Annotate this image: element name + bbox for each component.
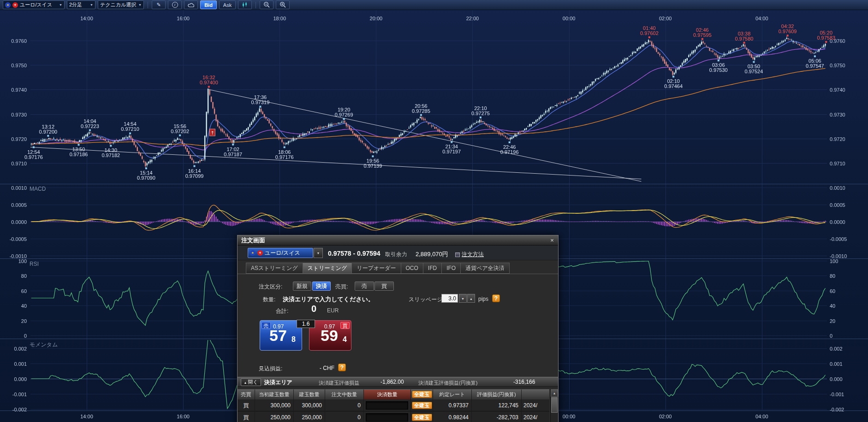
macd-panel-label: MACD — [30, 186, 46, 192]
expand-close-area-button[interactable]: ▲開く — [241, 378, 261, 386]
momentum-panel-label: モメンタム — [30, 341, 58, 349]
close-qty-input[interactable] — [366, 413, 408, 422]
side-label: 売買: — [335, 283, 348, 291]
dialog-pair-selector[interactable]: ★ + ユーロ/スイス — [248, 248, 313, 258]
rsi-panel-label: RSI — [30, 261, 39, 267]
buy-price-small: 4 — [343, 335, 347, 344]
chevron-down-icon: ▼ — [138, 3, 142, 6]
cell-all-positions: 全建玉 — [411, 411, 433, 422]
cell-qty: 250,000 — [294, 411, 325, 422]
col-rate: 約定レート — [433, 389, 472, 399]
pair-dropdown-button[interactable]: ▼ — [314, 248, 323, 258]
bid-button[interactable]: Bid — [200, 0, 217, 9]
close-pl-yen-label: 決済建玉評価損益(円換算) — [418, 380, 477, 387]
zoom-in-button[interactable] — [276, 0, 290, 9]
cell-close-qty — [364, 411, 411, 422]
toolbar-separator — [256, 2, 256, 8]
cell-close-qty — [364, 399, 411, 411]
tab-close-all-pair[interactable]: 通貨ペア全決済 — [461, 263, 510, 274]
slippage-unit: pips — [478, 296, 488, 302]
col-side: 売買 — [238, 389, 255, 399]
qty-message: 決済エリアで入力してください。 — [283, 295, 374, 304]
timeframe-label: 2分足 — [69, 1, 88, 8]
sell-price-big: 57 — [269, 327, 287, 344]
cell-date: 2024/ — [522, 411, 549, 422]
cell-initial-qty: 300,000 — [255, 399, 294, 411]
all-positions-button[interactable]: 全建玉 — [412, 414, 432, 421]
close-pl-label: 決済建玉評価損益 — [319, 380, 359, 387]
swiss-flag-icon: + — [12, 2, 18, 8]
tab-streaming[interactable]: ストリーミング — [303, 263, 352, 274]
order-type-label: 注文区分: — [259, 283, 282, 291]
all-positions-header-button[interactable]: 全建玉 — [412, 391, 432, 398]
bid-ask-quote: 0.97578 - 0.97594 — [328, 250, 380, 257]
slippage-up-button[interactable]: ▲ — [467, 294, 475, 303]
tab-leave-order[interactable]: リーブオーダー — [352, 263, 401, 274]
ask-button[interactable]: Ask — [219, 0, 236, 9]
eu-flag-icon: ★ — [5, 2, 11, 8]
slippage-label: スリッページ: — [409, 296, 444, 304]
order-type-close-button[interactable]: 決済 — [312, 281, 331, 291]
buy-price-button[interactable]: 買 0.97 59 4 — [309, 320, 351, 351]
swiss-flag-icon: + — [257, 250, 263, 256]
dialog-pair-label: ユーロ/スイス — [265, 249, 300, 257]
chevron-down-icon: ▼ — [90, 3, 93, 6]
close-qty-input[interactable] — [366, 401, 408, 410]
scrollbar-thumb[interactable] — [551, 397, 558, 413]
total-value: 0 — [311, 304, 316, 314]
cell-pending-qty: 0 — [325, 399, 364, 411]
pair-selector[interactable]: ★ + ユーロ/スイス ▼ — [3, 0, 65, 9]
slippage-down-button[interactable]: ▼ — [459, 294, 467, 303]
cell-all-positions: 全建玉 — [411, 399, 433, 411]
col-initial-qty: 当初建玉数量 — [255, 389, 294, 399]
buy-side-button[interactable]: 買 — [375, 281, 394, 291]
sell-side-button[interactable]: 売 — [355, 281, 374, 291]
chart-type-button[interactable] — [238, 0, 252, 9]
tab-oco[interactable]: OCO — [401, 263, 423, 274]
order-type-new-button[interactable]: 新規 — [293, 281, 311, 291]
slippage-input[interactable] — [441, 294, 458, 303]
cell-side: 買 — [238, 411, 255, 422]
cell-initial-qty: 250,000 — [255, 411, 294, 422]
info-button[interactable]: i — [168, 0, 182, 9]
tab-ifd[interactable]: IFD — [423, 263, 442, 274]
toolbar-separator — [148, 2, 148, 8]
close-pl-value: -1,862.00 — [380, 379, 404, 385]
cell-rate: 0.98244 — [433, 411, 472, 422]
order-method-link[interactable]: 注文方法 — [455, 251, 484, 258]
draw-tool-button[interactable]: ✎ — [152, 0, 166, 9]
cloud-indicator-button[interactable] — [184, 0, 198, 9]
technical-selector[interactable]: テクニカル選択 ▼ — [98, 0, 144, 9]
info-icon: i — [172, 2, 178, 8]
position-row: 買 250,000 250,000 0 全建玉 0.98244 -282,703… — [238, 411, 549, 422]
buy-price-big: 59 — [321, 327, 338, 344]
pl-help-icon[interactable]: ? — [338, 363, 346, 371]
magnifier-plus-icon — [279, 1, 286, 8]
timeframe-selector[interactable]: 2分足 ▼ — [67, 0, 95, 9]
pair-label: ユーロ/スイス — [20, 1, 57, 8]
tab-ifo[interactable]: IFO — [442, 263, 461, 274]
positions-table-header: 売買 当初建玉数量 建玉数量 注文中数量 決済数量 全建玉 約定レート 評価損益… — [238, 389, 549, 399]
magnifier-minus-icon — [263, 1, 270, 8]
close-icon[interactable]: × — [548, 237, 556, 244]
cell-side: 買 — [238, 399, 255, 411]
cell-pending-qty: 0 — [325, 411, 364, 422]
all-positions-button[interactable]: 全建玉 — [412, 402, 432, 409]
total-label: 合計: — [276, 307, 288, 315]
spread-badge: 1.6 — [297, 320, 315, 328]
sell-price-button[interactable]: 売 0.97 57 8 — [260, 320, 302, 351]
triangle-up-icon: ▲ — [244, 381, 247, 384]
slippage-help-icon[interactable]: ? — [492, 294, 500, 302]
cloud-icon — [188, 3, 194, 7]
tab-as-streaming[interactable]: ASストリーミング — [246, 263, 303, 274]
cell-pl: -282,703 — [472, 411, 522, 422]
col-close-qty: 決済数量 — [364, 389, 411, 399]
margin-value: 2,889,070円 — [416, 250, 448, 258]
col-qty: 建玉数量 — [294, 389, 325, 399]
dialog-tabs: ASストリーミング ストリーミング リーブオーダー OCO IFD IFO 通貨… — [246, 263, 510, 274]
table-scrollbar[interactable]: ▲ — [550, 389, 558, 422]
position-row: 買 300,000 300,000 0 全建玉 0.97337 122,745 … — [238, 399, 549, 411]
zoom-out-button[interactable] — [260, 0, 273, 9]
margin-label: 取引余力 — [385, 251, 407, 258]
scroll-up-icon[interactable]: ▲ — [551, 389, 558, 397]
